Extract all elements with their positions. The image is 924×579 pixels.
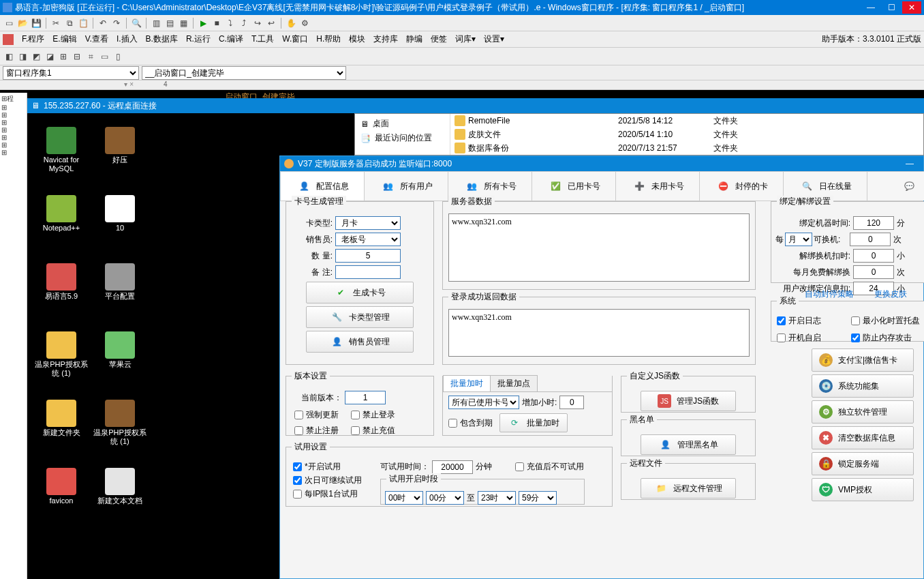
t2-8-icon[interactable]: ▭: [98, 50, 110, 63]
t2-2-icon[interactable]: ◨: [16, 50, 29, 63]
chk-include-expired[interactable]: [448, 419, 457, 428]
menu-便签[interactable]: 便签: [427, 32, 451, 46]
tab-4[interactable]: ➕未用卡号: [615, 171, 700, 201]
seller-mgmt-button[interactable]: 👤销售员管理: [306, 331, 414, 353]
jsfunc-button[interactable]: JS管理JS函数: [641, 391, 736, 411]
cut-icon[interactable]: ✂: [50, 17, 62, 29]
gen-card-button[interactable]: ✔生成卡号: [306, 282, 414, 303]
t2-6-icon[interactable]: ⊟: [71, 50, 83, 63]
chk-forbid-charge[interactable]: [351, 426, 360, 435]
step3-icon[interactable]: ↪: [251, 17, 264, 29]
run-icon[interactable]: ▶: [197, 17, 209, 29]
menu-F.程序[interactable]: F.程序: [18, 32, 48, 46]
menu-支持库[interactable]: 支持库: [369, 32, 402, 46]
qty-input[interactable]: [335, 249, 401, 263]
rbtn-1[interactable]: 💿系统功能集: [812, 374, 914, 398]
chk-tray[interactable]: [851, 316, 860, 325]
seller-select[interactable]: 老板号: [335, 233, 401, 246]
desktop-icon-4[interactable]: 易语言5.9: [34, 263, 89, 301]
chk-forbid-reg[interactable]: [294, 426, 303, 435]
paste-icon[interactable]: 📋: [77, 17, 89, 29]
save-icon[interactable]: 💾: [30, 17, 42, 29]
chk-trial-nocharge[interactable]: [515, 462, 524, 471]
menu-模块[interactable]: 模块: [345, 32, 369, 46]
free-unbind-input[interactable]: [853, 265, 894, 279]
menu-I.插入[interactable]: I.插入: [112, 32, 142, 46]
desktop-icon-7[interactable]: 苹果云: [93, 331, 147, 369]
hand-icon[interactable]: ✋: [285, 17, 297, 29]
desktop-icon-9[interactable]: 温泉PHP授权系统 (1): [93, 400, 147, 446]
desktop-icon-1[interactable]: 好压: [93, 127, 147, 164]
layout1-icon[interactable]: ▥: [150, 17, 162, 29]
menu-E.编辑[interactable]: E.编辑: [48, 32, 80, 46]
trial-m2-select[interactable]: 59分: [519, 491, 557, 505]
t2-7-icon[interactable]: ⌗: [84, 50, 97, 63]
trial-h2-select[interactable]: 23时: [478, 491, 516, 505]
explorer-window[interactable]: 🖥桌面 📑最近访问的位置 RemoteFile2021/5/8 14:12文件夹…: [354, 113, 924, 155]
chk-force-update[interactable]: [294, 411, 303, 419]
step-icon[interactable]: ⤵: [224, 17, 236, 29]
combo-procset[interactable]: 窗口程序集1: [3, 66, 139, 80]
menu-C.编译[interactable]: C.编译: [215, 32, 247, 46]
server-minimize-button[interactable]: —: [900, 158, 919, 170]
tab-more[interactable]: 💬: [867, 171, 924, 201]
maximize-button[interactable]: ☐: [882, 1, 901, 14]
card-type-mgmt-button[interactable]: 🔧卡类型管理: [306, 306, 414, 328]
remote-file-button[interactable]: 📁远程文件管理: [641, 478, 736, 499]
rbtn-2[interactable]: ⚙独立软件管理: [812, 400, 914, 424]
chk-trial-open[interactable]: [293, 462, 302, 471]
blacklist-button[interactable]: 👤管理黑名单: [641, 434, 736, 455]
desktop-icon-0[interactable]: Navicat for MySQL: [34, 127, 89, 173]
menu-设置▾[interactable]: 设置▾: [480, 32, 508, 46]
rbtn-0[interactable]: 💰支付宝|微信售卡: [812, 348, 914, 372]
menu-V.查看[interactable]: V.查看: [81, 32, 112, 46]
version-input[interactable]: [345, 391, 386, 404]
bind-time-input[interactable]: [853, 216, 894, 230]
rbtn-5[interactable]: 🛡VMP授权: [812, 478, 914, 501]
desktop-icon-10[interactable]: favicon: [34, 468, 89, 505]
bind-period-select[interactable]: 月: [785, 233, 812, 246]
server-data-text[interactable]: www.xqn321.com: [448, 213, 750, 282]
nav-recent[interactable]: 📑最近访问的位置: [358, 131, 447, 145]
chk-autorun[interactable]: [777, 333, 786, 342]
batch-hours-input[interactable]: [559, 396, 584, 409]
file-row[interactable]: 皮肤文件2020/5/14 1:10文件夹: [450, 128, 923, 141]
file-row[interactable]: RemoteFile2021/5/8 14:12文件夹: [450, 114, 923, 128]
undo-icon[interactable]: ↶: [97, 17, 109, 29]
explorer-nav[interactable]: 🖥桌面 📑最近访问的位置: [355, 114, 450, 155]
chk-trial-nextday[interactable]: [293, 476, 302, 485]
menu-H.帮助[interactable]: H.帮助: [312, 32, 345, 46]
t2-3-icon[interactable]: ◩: [30, 50, 42, 63]
t2-1-icon[interactable]: ◧: [3, 50, 15, 63]
desktop-icon-3[interactable]: ↖10: [93, 195, 147, 233]
desktop-icon-5[interactable]: 平台配置: [93, 263, 147, 301]
layout3-icon[interactable]: ▦: [177, 17, 189, 29]
menu-B.数据库[interactable]: B.数据库: [142, 32, 182, 46]
login-data-text[interactable]: www.xqn321.com: [448, 309, 750, 357]
layout2-icon[interactable]: ▤: [164, 17, 176, 29]
batch-tab-point[interactable]: 批量加点: [490, 375, 538, 391]
chk-forbid-login[interactable]: [351, 411, 360, 419]
desktop-icon-2[interactable]: Notepad++: [34, 195, 89, 233]
chk-log[interactable]: [777, 316, 786, 325]
new-icon[interactable]: ▭: [3, 17, 15, 29]
copy-icon[interactable]: ⧉: [63, 17, 76, 29]
desktop-icon-6[interactable]: 温泉PHP授权系统 (1): [34, 331, 89, 378]
redo-icon[interactable]: ↷: [110, 17, 123, 29]
open-icon[interactable]: 📂: [16, 17, 29, 29]
batch-scope-select[interactable]: 所有已使用卡号: [448, 396, 519, 409]
misc-icon[interactable]: ⚙: [298, 17, 311, 29]
find-icon[interactable]: 🔍: [130, 17, 142, 29]
bind-change-input[interactable]: [850, 233, 891, 246]
change-skin-link[interactable]: 更换皮肤: [874, 288, 907, 300]
auto-ban-link[interactable]: 自动封停策略: [805, 288, 854, 300]
t2-4-icon[interactable]: ◪: [44, 50, 56, 63]
tab-3[interactable]: ✅已用卡号: [532, 171, 616, 201]
minimize-button[interactable]: —: [861, 1, 880, 14]
card-type-select[interactable]: 月卡: [335, 216, 401, 230]
batch-addtime-button[interactable]: ⟳批量加时: [499, 413, 568, 432]
desktop-icon-11[interactable]: 新建文本文档: [93, 468, 147, 505]
unbind-cost-input[interactable]: [853, 249, 894, 263]
tab-1[interactable]: 👥所有用户: [364, 171, 448, 201]
desktop-icon-8[interactable]: 新建文件夹: [34, 400, 89, 437]
